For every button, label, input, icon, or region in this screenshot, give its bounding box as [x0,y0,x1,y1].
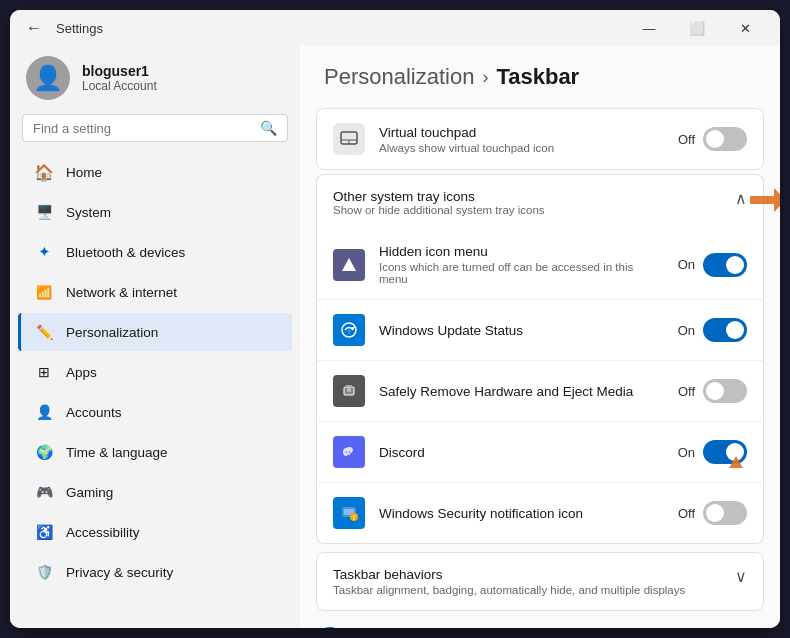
sidebar-item-home[interactable]: 🏠 Home [18,153,292,191]
sidebar-item-system[interactable]: 🖥️ System [18,193,292,231]
safely-remove-text: Safely Remove Hardware and Eject Media [379,384,664,399]
safely-remove-icon [333,375,365,407]
discord-title: Discord [379,445,664,460]
close-button[interactable]: ✕ [722,13,768,43]
account-type: Local Account [82,79,157,93]
svg-rect-10 [347,387,351,392]
windows-update-text: Windows Update Status [379,323,664,338]
sidebar-item-apps[interactable]: ⊞ Apps [18,353,292,391]
other-tray-expand-icon[interactable]: ∧ [735,189,747,208]
gaming-icon: 🎮 [34,482,54,502]
other-tray-items: Hidden icon menu Icons which are turned … [316,230,764,544]
discord-status: On [678,445,695,460]
sidebar-item-time[interactable]: 🌍 Time & language [18,433,292,471]
virtual-touchpad-control: Off [678,127,747,151]
sidebar-item-personalization-label: Personalization [66,325,158,340]
network-icon: 📶 [34,282,54,302]
discord-row: Discord On [317,422,763,483]
user-info: 👤 bloguser1 Local Account [10,46,300,114]
other-tray-desc: Show or hide additional system tray icon… [333,204,545,216]
minimize-button[interactable]: — [626,13,672,43]
main-content: Personalization › Taskbar [300,46,780,628]
personalization-icon: ✏️ [34,322,54,342]
windows-security-toggle[interactable] [703,501,747,525]
svg-marker-3 [750,188,780,212]
sidebar-item-time-label: Time & language [66,445,168,460]
user-text: bloguser1 Local Account [82,63,157,93]
apps-icon: ⊞ [34,362,54,382]
breadcrumb-parent: Personalization [324,64,474,90]
window-controls: — ⬜ ✕ [626,13,768,43]
search-box[interactable]: 🔍 [22,114,288,142]
safely-remove-toggle[interactable] [703,379,747,403]
avatar: 👤 [26,56,70,100]
windows-security-icon: ! [333,497,365,529]
get-help-link[interactable]: ? Get help [316,619,764,628]
sidebar-item-network-label: Network & internet [66,285,177,300]
sidebar-item-gaming[interactable]: 🎮 Gaming [18,473,292,511]
other-tray-header-text: Other system tray icons Show or hide add… [333,189,545,216]
svg-point-12 [349,451,351,453]
svg-point-11 [346,451,348,453]
taskbar-behaviors-title: Taskbar behaviors [333,567,685,582]
virtual-touchpad-desc: Always show virtual touchpad icon [379,142,664,154]
sidebar-item-personalization[interactable]: ✏️ Personalization [18,313,292,351]
hidden-icon-menu-title: Hidden icon menu [379,244,664,259]
windows-security-row: ! Windows Security notification icon Off [317,483,763,543]
window-title: Settings [56,21,103,36]
page-title: Taskbar [496,64,579,90]
safely-remove-control: Off [678,379,747,403]
other-tray-title: Other system tray icons [333,189,545,204]
search-input[interactable] [33,121,252,136]
sidebar-item-network[interactable]: 📶 Network & internet [18,273,292,311]
windows-update-title: Windows Update Status [379,323,664,338]
hidden-icon-status: On [678,257,695,272]
hidden-icon-menu-control: On [678,253,747,277]
windows-update-status: On [678,323,695,338]
discord-control: On [678,440,747,464]
discord-icon [333,436,365,468]
toggle-knob-0 [726,256,744,274]
svg-marker-4 [342,258,356,271]
breadcrumb-separator: › [482,67,488,88]
taskbar-behaviors-expand-icon[interactable]: ∨ [735,567,747,586]
system-icon: 🖥️ [34,202,54,222]
virtual-touchpad-icon [333,123,365,155]
bluetooth-icon: ✦ [34,242,54,262]
accessibility-icon: ♿ [34,522,54,542]
other-tray-header-wrapper: Other system tray icons Show or hide add… [316,174,764,230]
windows-security-status: Off [678,506,695,521]
virtual-touchpad-toggle[interactable] [703,127,747,151]
sidebar-item-accounts[interactable]: 👤 Accounts [18,393,292,431]
sidebar-item-home-label: Home [66,165,102,180]
sidebar-item-privacy[interactable]: 🛡️ Privacy & security [18,553,292,591]
windows-update-row: ! Windows Update Status On [317,300,763,361]
search-icon: 🔍 [260,120,277,136]
safely-remove-status: Off [678,384,695,399]
sidebar-item-bluetooth[interactable]: ✦ Bluetooth & devices [18,233,292,271]
accounts-icon: 👤 [34,402,54,422]
hidden-icon-toggle[interactable] [703,253,747,277]
back-icon: ← [26,19,42,37]
title-bar: ← Settings — ⬜ ✕ [10,10,780,46]
hidden-icon-menu-icon [333,249,365,281]
settings-window: ← Settings — ⬜ ✕ 👤 bloguser1 [10,10,780,628]
sidebar-item-privacy-label: Privacy & security [66,565,173,580]
windows-update-control: On [678,318,747,342]
windows-update-toggle[interactable] [703,318,747,342]
main-scroll-area[interactable]: Virtual touchpad Always show virtual tou… [300,100,780,628]
username: bloguser1 [82,63,157,79]
toggle-knob-4 [706,504,724,522]
sidebar-item-accessibility[interactable]: ♿ Accessibility [18,513,292,551]
back-button[interactable]: ← [22,16,46,40]
discord-text: Discord [379,445,664,460]
sidebar-item-accessibility-label: Accessibility [66,525,140,540]
toggle-knob [706,130,724,148]
maximize-button[interactable]: ⬜ [674,13,720,43]
hidden-icon-menu-text: Hidden icon menu Icons which are turned … [379,244,664,285]
safely-remove-title: Safely Remove Hardware and Eject Media [379,384,664,399]
breadcrumb: Personalization › Taskbar [324,64,756,90]
virtual-touchpad-row: Virtual touchpad Always show virtual tou… [317,109,763,169]
windows-security-title: Windows Security notification icon [379,506,664,521]
orange-arrow-2 [721,456,751,486]
